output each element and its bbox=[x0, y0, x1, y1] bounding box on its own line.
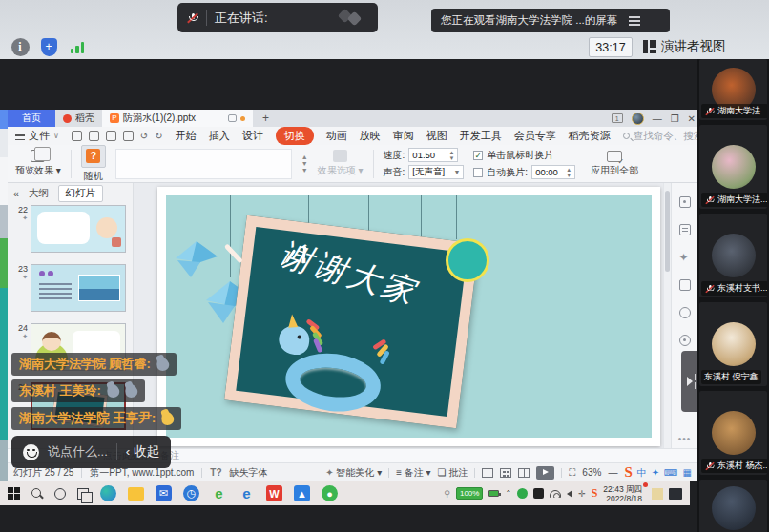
wechat-app-icon[interactable]: ● bbox=[322, 485, 338, 501]
info-button[interactable]: i bbox=[10, 36, 31, 57]
tab-outline[interactable]: 大纲 bbox=[29, 187, 49, 200]
start-button[interactable] bbox=[8, 487, 20, 500]
network-quality-button[interactable] bbox=[67, 36, 88, 57]
sound-select[interactable]: [无声音]▼ bbox=[408, 165, 464, 179]
zoom-out-button[interactable]: — bbox=[608, 467, 617, 478]
watching-banner[interactable]: 您正在观看湖南大学法学院 ...的屏幕 bbox=[431, 9, 670, 32]
taskbar-search-icon[interactable] bbox=[31, 488, 43, 500]
menu-insert[interactable]: 插入 bbox=[209, 129, 230, 143]
emoji-picker-icon[interactable] bbox=[23, 444, 39, 460]
comments-toggle-button[interactable]: ❏ 批注 bbox=[438, 466, 468, 480]
reading-view-icon[interactable] bbox=[518, 468, 530, 478]
menu-slideshow[interactable]: 放映 bbox=[360, 129, 381, 143]
effects-icon[interactable]: ✦ bbox=[679, 252, 691, 263]
help-icon[interactable] bbox=[679, 335, 691, 346]
participant-tile[interactable]: 湖南大学法... bbox=[699, 125, 767, 209]
tab-slides[interactable]: 幻灯片 bbox=[58, 185, 104, 202]
effect-options-button[interactable]: 效果选项 ▾ bbox=[318, 150, 364, 177]
close-button[interactable]: ✕ bbox=[688, 113, 696, 124]
slide-thumbnail-22[interactable]: 22✦ bbox=[11, 205, 126, 253]
security-button[interactable]: + bbox=[38, 36, 59, 57]
sogou-tray-icon[interactable]: S bbox=[592, 486, 598, 501]
normal-view-icon[interactable] bbox=[482, 468, 493, 478]
sogou-logo-icon[interactable]: S bbox=[624, 464, 632, 481]
menu-icon[interactable] bbox=[629, 16, 640, 26]
missing-font-warning[interactable]: 缺失字体 bbox=[230, 466, 268, 480]
slideshow-play-button[interactable] bbox=[536, 466, 554, 480]
transition-gallery[interactable] bbox=[115, 149, 292, 179]
panel-collapse-button[interactable]: « bbox=[13, 188, 19, 199]
menu-docer-res[interactable]: 稻壳资源 bbox=[569, 129, 611, 143]
volume-icon[interactable] bbox=[567, 490, 572, 498]
participant-tile[interactable]: 湖南大学法... bbox=[699, 59, 767, 120]
menu-view[interactable]: 视图 bbox=[426, 129, 447, 143]
restore-button[interactable]: ❐ bbox=[671, 113, 679, 124]
properties-icon[interactable] bbox=[679, 196, 691, 208]
transition-random-button[interactable]: ? 随机 bbox=[81, 145, 106, 183]
animation-pane-icon[interactable] bbox=[679, 224, 691, 235]
fit-zoom-icon[interactable]: ⛶ bbox=[569, 467, 575, 479]
tray-expand-icon[interactable]: ⌃ bbox=[505, 489, 511, 498]
account-avatar[interactable] bbox=[632, 113, 644, 125]
auto-advance-checkbox[interactable] bbox=[473, 168, 483, 177]
preview-icon[interactable] bbox=[123, 131, 134, 141]
file-explorer-icon[interactable] bbox=[128, 487, 144, 501]
apply-to-all-button[interactable]: 应用到全部 bbox=[591, 151, 638, 177]
participant-tile[interactable] bbox=[699, 480, 767, 532]
menu-review[interactable]: 审阅 bbox=[393, 129, 414, 143]
history-icon[interactable] bbox=[679, 307, 691, 318]
menu-design[interactable]: 设计 bbox=[242, 129, 263, 143]
redo-icon[interactable]: ↻ bbox=[155, 131, 162, 141]
speed-input[interactable]: 01.50▲▼ bbox=[408, 148, 458, 162]
input-mode-icon[interactable]: 中 bbox=[637, 466, 647, 480]
camera-tray-icon[interactable] bbox=[533, 488, 544, 499]
smart-beautify-button[interactable]: ✦ 智能美化 ▾ bbox=[325, 466, 382, 480]
slide-thumbnail-23[interactable]: 23✦ bbox=[11, 264, 126, 312]
wps-app-icon[interactable]: W bbox=[266, 485, 282, 501]
minimize-button[interactable]: — bbox=[653, 113, 662, 124]
notification-center-icon[interactable] bbox=[669, 488, 682, 500]
menu-transitions[interactable]: 切换 bbox=[276, 127, 314, 145]
chat-input[interactable]: 说点什么... bbox=[48, 443, 108, 460]
slide-sorter-icon[interactable] bbox=[500, 468, 511, 478]
participant-tile[interactable]: 东溪村 杨杰... bbox=[699, 391, 767, 475]
canvas-scrollbar[interactable] bbox=[663, 183, 671, 448]
wifi-icon[interactable] bbox=[550, 490, 561, 498]
browser-icon[interactable]: e bbox=[239, 485, 255, 501]
undo-icon[interactable]: ↺ bbox=[140, 131, 148, 141]
sidebar-collapse-handle[interactable] bbox=[681, 351, 697, 412]
slide-canvas[interactable]: 谢谢大家 bbox=[134, 183, 671, 448]
auto-advance-input[interactable]: 00:00▲▼ bbox=[531, 165, 575, 179]
window-doc-badge-icon[interactable]: 1 bbox=[612, 113, 623, 123]
zoom-level[interactable]: 63% bbox=[582, 467, 601, 478]
cortana-icon[interactable] bbox=[54, 488, 66, 500]
tab-document[interactable]: P 防溺水(1)(2).pptx bbox=[102, 110, 253, 127]
ie-browser-icon[interactable]: e bbox=[211, 485, 227, 501]
input-tools-icon[interactable]: ✦ bbox=[652, 467, 659, 478]
tab-home[interactable]: 首页 bbox=[8, 110, 55, 127]
new-tab-button[interactable]: + bbox=[253, 110, 279, 127]
meeting-app-icon[interactable]: ▲ bbox=[294, 485, 310, 501]
speaker-view-button[interactable]: 演讲者视图 bbox=[643, 36, 726, 57]
menu-member[interactable]: 会员专享 bbox=[514, 129, 556, 143]
gallery-scroll-buttons[interactable]: ▲▼▼ bbox=[301, 153, 308, 174]
open-icon[interactable] bbox=[72, 131, 82, 141]
mail-app-icon[interactable]: ✉ bbox=[156, 485, 172, 501]
on-click-checkbox[interactable]: ✓ bbox=[473, 151, 483, 160]
print-icon[interactable] bbox=[106, 131, 116, 141]
clock-app-icon[interactable]: ◷ bbox=[183, 485, 199, 501]
input-skin-icon[interactable]: ▦ bbox=[683, 467, 692, 478]
participant-tile[interactable]: 东溪村支书... bbox=[699, 214, 767, 297]
participant-tile[interactable]: 东溪村 倪宁鑫 bbox=[699, 302, 767, 386]
preview-effect-button[interactable]: 预览效果 ▾ bbox=[15, 150, 61, 177]
input-keyboard-icon[interactable]: ⌨ bbox=[664, 467, 677, 478]
file-menu[interactable]: 文件∨ bbox=[15, 129, 59, 143]
360-safe-icon[interactable] bbox=[517, 488, 528, 499]
clock-date[interactable]: 22:43 周四 2022/8/18 bbox=[603, 484, 646, 503]
edge-browser-icon[interactable] bbox=[100, 485, 116, 501]
collapse-chat-button[interactable]: ‹ 收起 bbox=[126, 443, 159, 460]
task-view-icon[interactable] bbox=[77, 488, 89, 500]
menu-developer[interactable]: 开发工具 bbox=[460, 129, 502, 143]
move-tool-icon[interactable]: ✛ bbox=[578, 489, 586, 499]
save-icon[interactable] bbox=[89, 131, 99, 141]
